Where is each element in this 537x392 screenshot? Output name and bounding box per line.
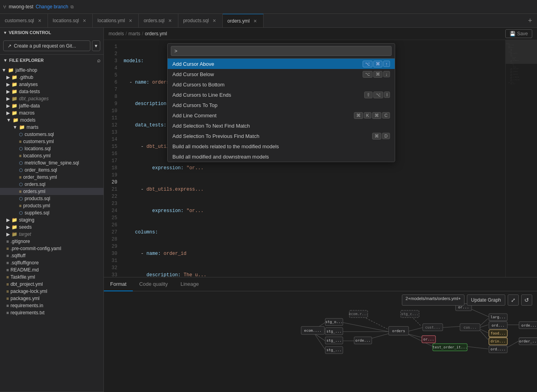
tree-item-seeds[interactable]: ▶ 📁 seeds <box>0 224 103 231</box>
folder-icon: 📁 <box>11 224 17 230</box>
tab-products-sql[interactable]: products.sql × <box>178 14 223 28</box>
tab-code-quality[interactable]: Code quality <box>133 277 174 291</box>
tree-item-dbt-packages[interactable]: ▶ 📁 dbt_packages <box>0 95 103 102</box>
tree-item-sqlfluff[interactable]: ≡ .sqlfluff <box>0 252 103 259</box>
tree-item-products-yml[interactable]: ≡ products.yml <box>0 202 103 209</box>
tree-item-github[interactable]: ▶ 📁 .github <box>0 74 103 81</box>
separator: / <box>126 31 127 36</box>
minimap: models: - name: orders desc: ... data_te… <box>505 40 537 277</box>
breadcrumb-models[interactable]: models <box>109 31 124 36</box>
command-item-add-cursor-below[interactable]: Add Cursor Below ⌥ ⌘ ↓ <box>168 69 395 79</box>
tree-item-pre-commit[interactable]: ≡ .pre-commit-config.yaml <box>0 245 103 252</box>
tab-locations-sql[interactable]: locations.sql × <box>48 14 93 28</box>
tree-item-analyses[interactable]: ▶ 📁 analyses <box>0 81 103 88</box>
command-item-add-selection-prev[interactable]: Add Selection To Previous Find Match ⌘ D <box>168 131 395 141</box>
version-control-title: Version control <box>9 30 51 35</box>
close-icon[interactable]: × <box>127 17 134 24</box>
change-branch-link[interactable]: Change branch <box>36 4 68 10</box>
copy-icon[interactable]: ⧉ <box>71 4 74 10</box>
tree-item-taskfile[interactable]: ≡ Taskfile.yml <box>0 273 103 281</box>
tree-item-jaffle-data[interactable]: ▶ 📁 jaffle-data <box>0 102 103 109</box>
tree-item-gitignore[interactable]: ≡ .gitignore <box>0 238 103 245</box>
command-item-add-cursors-line-ends[interactable]: Add Cursors to Line Ends ⇧ ⌥ I <box>168 90 395 100</box>
file-icon: ⬡ <box>19 146 23 151</box>
new-tab-button[interactable]: + <box>523 14 537 28</box>
save-button[interactable]: 💾 Save <box>505 29 532 38</box>
tree-item-macros[interactable]: ▶ 📁 macros <box>0 109 103 117</box>
breadcrumb-marts[interactable]: marts <box>128 31 140 36</box>
fullscreen-icon[interactable]: ⤢ <box>508 294 519 306</box>
command-item-add-cursors-bottom[interactable]: Add Cursors to Bottom <box>168 79 395 90</box>
command-input[interactable] <box>171 46 392 56</box>
tree-item-metricflow[interactable]: ⬡ metricflow_time_spine.sql <box>0 159 103 166</box>
tree-item-products-sql[interactable]: ⬡ products.sql <box>0 195 103 202</box>
svg-text:drin...: drin... <box>491 339 506 343</box>
file-icon: ≡ <box>19 175 21 180</box>
update-graph-button[interactable]: Update Graph <box>467 294 505 306</box>
tree-item-models[interactable]: ▼ 📁 models <box>0 117 103 124</box>
command-item-add-cursor-above[interactable]: Add Cursor Above ⌥ ⌘ ↑ <box>168 59 395 69</box>
command-item-build-downstream[interactable]: Build all modified and downstream models <box>168 151 395 162</box>
command-item-build-related[interactable]: Build all models related to the modified… <box>168 141 395 151</box>
tree-item-dbt-project[interactable]: ≡ dbt_project.yml <box>0 281 103 288</box>
command-keys: ⌥ ⌘ ↑ <box>363 61 390 67</box>
file-icon: ≡ <box>6 253 9 258</box>
tree-item-packages[interactable]: ≡ packages.yml <box>0 295 103 302</box>
file-explorer-header: ▼ File explorer ⌕ <box>0 55 103 66</box>
folder-icon: ▶ <box>6 231 10 237</box>
tree-item-readme[interactable]: ≡ README.md <box>0 266 103 273</box>
tree-item-requirements-in[interactable]: ≡ requirements.in <box>0 302 103 309</box>
file-explorer-section: ▼ File explorer ⌕ ▼ 📁 jaffle-shop ▶ 📁 .g… <box>0 55 103 392</box>
command-item-add-line-comment[interactable]: Add Line Comment ⌘ K ⌘ C <box>168 110 395 120</box>
tab-locations-yml[interactable]: locations.yml × <box>93 14 139 28</box>
tree-item-marts[interactable]: ▼ 📁 marts <box>0 124 103 131</box>
tree-item-jaffle-shop[interactable]: ▼ 📁 jaffle-shop <box>0 67 103 74</box>
tree-item-customers-sql[interactable]: ⬡ customers.sql <box>0 131 103 138</box>
search-icon[interactable]: ⌕ <box>97 57 100 63</box>
close-icon[interactable]: × <box>211 17 218 24</box>
lineage-graph: 2+models/marts/orders.yml+ Update Graph … <box>104 291 537 392</box>
tab-customers-sql[interactable]: customers.sql × <box>0 14 48 28</box>
tree-item-requirements-txt[interactable]: ≡ requirements.txt <box>0 309 103 316</box>
pr-button-container: ↗ Create a pull request on Git... ▾ <box>3 40 100 51</box>
tree-item-staging[interactable]: ▶ 📁 staging <box>0 216 103 224</box>
tree-item-order-items-yml[interactable]: ≡ order_items.yml <box>0 174 103 181</box>
tree-item-customers-yml[interactable]: ≡ customers.yml <box>0 138 103 145</box>
close-icon[interactable]: × <box>36 17 43 24</box>
refresh-icon[interactable]: ↺ <box>521 294 532 306</box>
tree-item-orders-yml[interactable]: ≡ orders.yml <box>0 188 103 195</box>
tab-lineage[interactable]: Lineage <box>174 277 205 291</box>
svg-text:test_order_it...: test_order_it... <box>433 345 468 349</box>
tab-orders-yml[interactable]: orders.yml × <box>223 14 264 28</box>
tab-orders-sql[interactable]: orders.sql × <box>139 14 178 28</box>
folder-icon: ▶ <box>6 110 10 116</box>
tree-item-locations-sql[interactable]: ⬡ locations.sql <box>0 145 103 152</box>
tab-format[interactable]: Format <box>104 277 133 291</box>
tree-item-supplies-sql[interactable]: ⬡ supplies.sql <box>0 209 103 216</box>
tab-label: customers.sql <box>5 18 34 23</box>
svg-text:orders: orders <box>392 329 405 333</box>
command-item-add-cursors-top[interactable]: Add Cursors To Top <box>168 100 395 110</box>
folder-icon: 📁 <box>11 96 17 101</box>
file-icon: ≡ <box>19 139 21 144</box>
create-pr-button[interactable]: ↗ Create a pull request on Git... <box>3 40 90 51</box>
tree-item-package-lock[interactable]: ≡ package-lock.yml <box>0 288 103 295</box>
file-explorer-title-row[interactable]: ▼ File explorer <box>3 58 44 63</box>
tree-item-locations-yml[interactable]: ≡ locations.yml <box>0 152 103 159</box>
close-icon[interactable]: × <box>252 18 258 24</box>
command-item-add-selection-next[interactable]: Add Selection To Next Find Match <box>168 120 395 131</box>
tree-item-target[interactable]: ▶ 📁 target <box>0 231 103 238</box>
lineage-svg: ecom.... stg_o... stg_... stg_... stg_..… <box>104 291 537 392</box>
close-icon[interactable]: × <box>81 17 88 24</box>
tree-item-order-items-sql[interactable]: ⬡ order_items.sql <box>0 166 103 174</box>
svg-text:cust...: cust... <box>425 325 440 329</box>
folder-icon: 📁 <box>8 67 14 73</box>
tree-item-data-tests[interactable]: ▶ 📁 data-tests <box>0 88 103 95</box>
version-control-header[interactable]: ▼ Version control <box>0 28 103 37</box>
close-icon[interactable]: × <box>167 17 173 24</box>
tree-item-sqlfluffignore[interactable]: ≡ .sqlfluffignore <box>0 259 103 266</box>
pr-dropdown-button[interactable]: ▾ <box>92 40 100 51</box>
svg-text:larg...: larg... <box>491 315 506 319</box>
tree-item-orders-sql[interactable]: ⬡ orders.sql <box>0 181 103 188</box>
svg-text:or...: or... <box>423 337 434 341</box>
